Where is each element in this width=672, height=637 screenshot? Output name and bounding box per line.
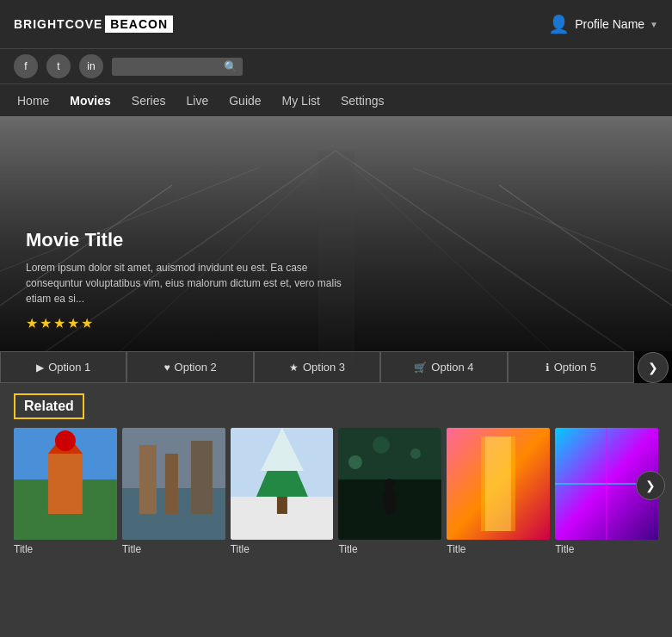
svg-point-31 [410,448,421,459]
thumb-title-3: Title [231,543,334,555]
bottom-spacer [0,562,672,579]
search-input[interactable] [117,60,220,72]
option-3-label: Option 3 [303,361,345,374]
svg-rect-25 [277,497,287,514]
thumbnail-3: Title [231,428,334,555]
thumb-image-2[interactable] [122,428,225,540]
facebook-icon[interactable]: f [14,54,38,78]
svg-rect-18 [139,445,157,514]
hero-content: Movie Title Lorem ipsum dolor sit amet, … [26,229,353,331]
nav-home[interactable]: Home [17,94,49,108]
nav-mylist[interactable]: My List [282,94,320,108]
thumb-svg-3 [231,428,334,540]
thumb-title-4: Title [338,543,441,555]
search-bar[interactable]: 🔍 [112,58,243,76]
svg-point-29 [385,479,395,489]
option-2-button[interactable]: ♥ Option 2 [126,351,253,383]
thumb-image-1[interactable] [14,428,117,540]
star-rating: ★ ★ ★ ★ ★ [26,315,353,331]
svg-rect-19 [165,454,178,514]
option-2-label: Option 2 [175,361,217,374]
options-next-button[interactable]: ❯ [638,352,669,383]
option-4-label: Option 4 [431,361,473,374]
profile-name: Profile Name [575,17,644,31]
option-5-label: Option 5 [554,361,596,374]
thumb-title-1: Title [14,543,117,555]
nav-guide[interactable]: Guide [229,94,261,108]
info-icon: ℹ [546,362,550,374]
thumb-title-5: Title [447,543,550,555]
thumb-image-5[interactable] [447,428,550,540]
thumbnail-2: Title [122,428,225,555]
svg-point-28 [383,487,397,515]
play-icon: ▶ [36,362,44,374]
star-4: ★ [67,315,79,331]
thumb-image-3[interactable] [231,428,334,540]
option-4-button[interactable]: 🛒 Option 4 [380,351,507,383]
cart-icon: 🛒 [414,362,427,374]
option-5-button[interactable]: ℹ Option 5 [508,351,634,383]
thumb-title-6: Title [555,543,658,555]
svg-point-32 [373,436,390,454]
nav-settings[interactable]: Settings [341,94,385,108]
star-3: ★ [53,315,65,331]
thumbnails-row: Title Title [14,428,658,555]
thumb-svg-5 [447,428,550,540]
nav-series[interactable]: Series [132,94,166,108]
heart-icon: ♥ [163,362,170,374]
options-bar: ▶ Option 1 ♥ Option 2 ★ Option 3 🛒 Optio… [0,351,672,383]
svg-point-30 [348,455,362,469]
navigation: Home Movies Series Live Guide My List Se… [0,83,672,116]
svg-point-15 [55,430,76,451]
header-right: 👤 Profile Name ▼ [548,14,658,34]
star-icon: ★ [289,362,299,374]
related-section: Related Title [0,383,672,562]
option-3-button[interactable]: ★ Option 3 [254,351,380,383]
thumbnail-1: Title [14,428,117,555]
search-icon[interactable]: 🔍 [224,60,237,73]
star-5: ★ [81,315,93,331]
header: BRIGHTCOVE BEACON 👤 Profile Name ▼ [0,0,672,48]
thumbnails-next-button[interactable]: ❯ [636,471,665,500]
thumb-title-2: Title [122,543,225,555]
svg-rect-20 [191,441,213,514]
twitter-icon[interactable]: t [46,54,71,78]
movie-title: Movie Title [26,229,353,251]
movie-description: Lorem ipsum dolor sit amet, auismod invi… [26,260,353,306]
instagram-icon[interactable]: in [79,54,103,78]
dropdown-arrow-icon: ▼ [650,20,658,29]
thumbnail-5: Title [447,428,550,555]
star-1: ★ [26,315,38,331]
thumb-svg-1 [14,428,117,540]
profile-area[interactable]: 👤 Profile Name ▼ [548,14,658,34]
logo-beacon: BEACON [105,15,173,33]
svg-rect-13 [48,454,83,514]
svg-rect-35 [485,436,511,531]
social-icons: f t in [14,54,103,78]
star-2: ★ [40,315,52,331]
logo: BRIGHTCOVE BEACON [14,15,173,33]
thumb-svg-4 [338,428,441,540]
thumbnail-4: Title [338,428,441,555]
logo-brightcove: BRIGHTCOVE [14,17,102,31]
thumb-image-4[interactable] [338,428,441,540]
profile-icon: 👤 [548,14,570,34]
option-1-label: Option 1 [48,361,90,374]
nav-movies[interactable]: Movies [70,94,110,108]
option-1-button[interactable]: ▶ Option 1 [0,351,126,383]
hero-section: Movie Title Lorem ipsum dolor sit amet, … [0,116,672,383]
thumb-svg-2 [122,428,225,540]
related-label: Related [14,393,84,419]
nav-live[interactable]: Live [187,94,209,108]
